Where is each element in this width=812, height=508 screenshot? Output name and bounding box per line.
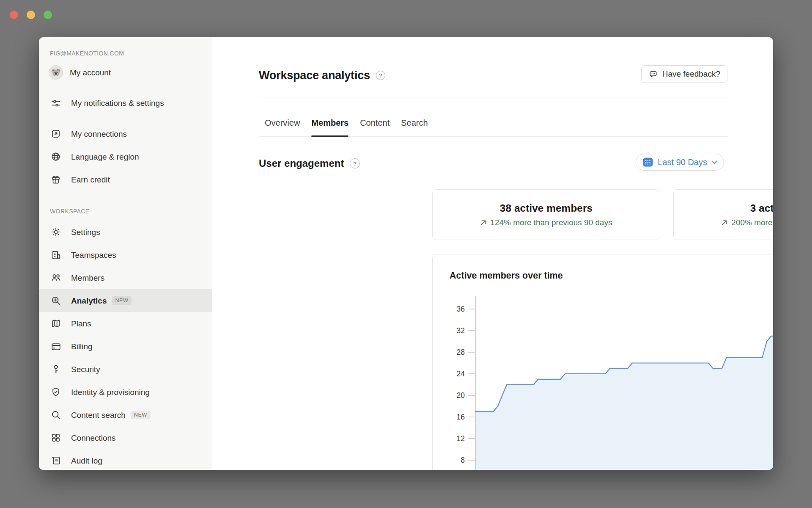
- map-icon: [50, 318, 62, 329]
- svg-text:12: 12: [457, 434, 465, 443]
- have-feedback-label: Have feedback?: [662, 69, 720, 79]
- sidebar-item-plans[interactable]: Plans: [39, 312, 212, 335]
- settings-sidebar: FIG@MAKENOTION.COM 🐨 My account My notif…: [39, 37, 212, 470]
- user-engagement-heading: User engagement: [259, 157, 344, 169]
- grid-icon: [50, 432, 62, 444]
- sidebar-item-audit-log[interactable]: Audit log: [39, 449, 212, 470]
- tab-overview[interactable]: Overview: [265, 109, 300, 136]
- close-window-icon[interactable]: [10, 11, 18, 19]
- active-members-card: 38 active members 124% more than previou…: [432, 189, 660, 240]
- sidebar-item-label: Content search: [71, 407, 126, 423]
- tab-search[interactable]: Search: [401, 109, 428, 136]
- chart-title: Active members over time: [450, 271, 563, 281]
- sidebar-item-members[interactable]: Members: [39, 266, 212, 289]
- svg-text:28: 28: [457, 348, 465, 356]
- active-guests-value: 3 active guests: [750, 202, 773, 214]
- change-text: 200% more than previous 90 days: [731, 218, 773, 227]
- analytics-main-panel: Workspace analytics ? Have feedback? Ove…: [212, 37, 773, 470]
- active-members-value: 38 active members: [500, 202, 593, 214]
- trend-up-icon: [721, 219, 728, 226]
- gift-icon: [50, 174, 62, 185]
- gear-icon: [50, 226, 62, 238]
- sidebar-item-label: My notifications & settings: [71, 95, 164, 111]
- sidebar-item-connections[interactable]: Connections: [39, 426, 212, 449]
- sidebar-item-teamspaces[interactable]: Teamspaces: [39, 243, 212, 266]
- sidebar-item-my-account[interactable]: 🐨 My account: [39, 61, 212, 84]
- globe-icon: [50, 151, 62, 163]
- sidebar-item-language-region[interactable]: Language & region: [39, 145, 212, 168]
- help-icon[interactable]: ?: [376, 71, 385, 80]
- people-icon: [50, 272, 62, 284]
- trend-up-icon: [480, 219, 487, 226]
- magnifier-plus-icon: [50, 295, 62, 306]
- sidebar-item-analytics[interactable]: Analytics NEW: [39, 289, 212, 312]
- svg-text:32: 32: [457, 326, 465, 335]
- sidebar-item-earn-credit[interactable]: Earn credit: [39, 168, 212, 191]
- tab-members[interactable]: Members: [311, 109, 348, 136]
- chevron-down-icon: [711, 160, 717, 164]
- svg-text:36: 36: [457, 305, 465, 313]
- members-chart: 812162024283236: [433, 293, 773, 470]
- credit-card-icon: [50, 340, 62, 352]
- sidebar-item-content-search[interactable]: Content search NEW: [39, 403, 212, 426]
- sidebar-item-settings[interactable]: Settings: [39, 221, 212, 243]
- sidebar-item-security[interactable]: Security: [39, 358, 212, 381]
- settings-window: FIG@MAKENOTION.COM 🐨 My account My notif…: [39, 37, 773, 470]
- engagement-stat-cards: 38 active members 124% more than previou…: [432, 189, 773, 240]
- sliders-icon: [50, 97, 62, 109]
- sidebar-item-label: Audit log: [71, 453, 102, 469]
- sidebar-item-label: Language & region: [71, 149, 139, 165]
- date-range-label: Last 90 Days: [658, 157, 707, 167]
- magnifier-icon: [50, 409, 62, 421]
- minimize-window-icon[interactable]: [27, 11, 35, 19]
- active-guests-change: 200% more than previous 90 days: [721, 218, 773, 227]
- account-email: FIG@MAKENOTION.COM: [39, 47, 212, 59]
- avatar: 🐨: [49, 65, 63, 80]
- sidebar-item-my-notifications-settings[interactable]: My notifications & settings: [39, 84, 212, 122]
- sidebar-item-identity-provisioning[interactable]: Identity & provisioning: [39, 381, 212, 403]
- user-engagement-heading-row: User engagement ?: [259, 155, 360, 172]
- help-icon[interactable]: ?: [350, 158, 360, 168]
- sidebar-item-label: Security: [71, 362, 100, 377]
- key-icon: [50, 363, 62, 375]
- svg-text:16: 16: [457, 413, 465, 421]
- active-members-chart-card: Active members over time 812162024283236: [432, 254, 773, 470]
- new-badge: NEW: [112, 296, 132, 305]
- svg-text:20: 20: [457, 391, 465, 400]
- date-range-dropdown[interactable]: Last 90 Days: [636, 154, 724, 171]
- sidebar-item-label: Earn credit: [71, 172, 110, 188]
- sidebar-item-label: Teamspaces: [71, 247, 116, 263]
- sidebar-item-label: My account: [70, 65, 111, 80]
- workspace-section-label: WORKSPACE: [39, 206, 212, 216]
- tab-content[interactable]: Content: [360, 109, 390, 136]
- sidebar-item-label: Connections: [71, 430, 116, 446]
- sidebar-item-label: Analytics: [71, 293, 107, 309]
- sidebar-item-billing[interactable]: Billing: [39, 335, 212, 358]
- analytics-tabs: Overview Members Content Search: [259, 109, 728, 137]
- sidebar-item-label: My connections: [71, 126, 127, 142]
- sidebar-item-label: Members: [71, 270, 104, 286]
- calendar-icon: [642, 157, 653, 168]
- sidebar-item-label: Plans: [71, 316, 91, 331]
- have-feedback-button[interactable]: Have feedback?: [641, 65, 727, 83]
- sidebar-item-label: Identity & provisioning: [71, 384, 150, 400]
- page-title: Workspace analytics: [259, 69, 370, 82]
- header-divider: [259, 97, 728, 97]
- sidebar-item-my-connections[interactable]: My connections: [39, 122, 212, 145]
- scroll-icon: [50, 455, 62, 467]
- svg-text:24: 24: [457, 370, 465, 378]
- active-guests-card: 3 active guests 200% more than previous …: [673, 189, 773, 240]
- zoom-window-icon[interactable]: [44, 11, 52, 19]
- window-controls: [10, 11, 52, 19]
- new-badge: NEW: [131, 411, 151, 419]
- building-icon: [50, 249, 62, 261]
- speech-bubble-icon: [648, 69, 658, 79]
- sidebar-item-label: Settings: [71, 224, 100, 240]
- sidebar-item-label: Billing: [71, 339, 93, 354]
- change-text: 124% more than previous 90 days: [490, 218, 612, 227]
- shield-check-icon: [50, 386, 62, 398]
- active-members-change: 124% more than previous 90 days: [480, 218, 612, 227]
- arrow-up-right-box-icon: [50, 128, 62, 140]
- svg-text:8: 8: [461, 456, 465, 464]
- page-title-row: Workspace analytics ?: [259, 67, 385, 84]
